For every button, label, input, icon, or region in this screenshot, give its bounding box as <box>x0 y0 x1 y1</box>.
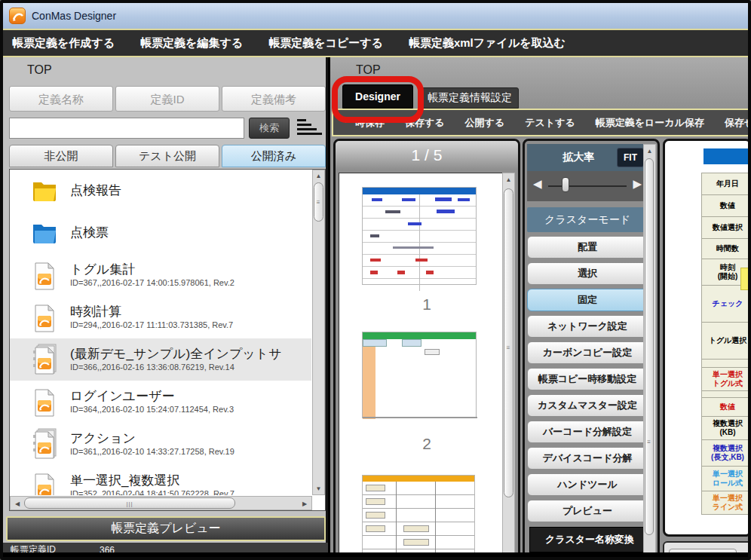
sort-icon[interactable] <box>297 118 323 139</box>
fit-button[interactable]: FIT <box>617 148 644 167</box>
item-title: 時刻計算 <box>70 304 233 320</box>
menu-item[interactable]: 帳票定義を作成する <box>12 36 115 50</box>
canvas-cell[interactable]: 単一選択 ロール式 <box>701 466 751 491</box>
cluster-button-固定[interactable]: 固定 <box>527 289 648 311</box>
item-subtitle: ID=366,,2016-02-16 13:36:08.76219, Rev.1… <box>70 362 282 372</box>
list-vertical-scrollbar[interactable]: ▲ ▼ ≡ <box>312 170 325 495</box>
form-preview-button[interactable]: 帳票定義プレビュー <box>6 516 326 541</box>
canvas-cell[interactable]: 複数選択 (長文,KB) <box>701 439 751 467</box>
filter-name-input[interactable] <box>9 86 113 112</box>
definition-list-panel: TOP 検索 非公開テスト公開公開済み 点検報告点検票トグル集計ID=367,,… <box>3 57 328 557</box>
item-text: トグル集計ID=367,,2016-02-17 14:00:15.978061,… <box>70 262 234 288</box>
canvas-horizontal-scrollbar[interactable] <box>663 541 751 560</box>
menu-bar: 帳票定義を作成する帳票定義を編集する帳票定義をコピーする帳票定義xmlファイルを… <box>3 29 748 57</box>
scroll-thumb[interactable]: ||| <box>24 497 235 509</box>
search-button[interactable]: 検索 <box>249 118 290 139</box>
cluster-tools-panel: 拡大率 FIT ◀ ▶ クラスターモード 配置選択固定ネットワーク設定カーボンコ… <box>523 139 660 560</box>
scroll-up-icon[interactable]: ▲ <box>644 148 655 155</box>
item-title: 単一選択_複数選択 <box>70 473 234 488</box>
list-item[interactable]: アクションID=361,,2016-02-10 14:33:27.17258, … <box>10 423 311 465</box>
tab-テスト公開[interactable]: テスト公開 <box>115 145 219 167</box>
list-item[interactable]: トグル集計ID=367,,2016-02-17 14:00:15.978061,… <box>10 254 311 296</box>
form-highlight-cell[interactable] <box>740 268 751 290</box>
left-breadcrumb: TOP <box>27 63 52 77</box>
toolbar-button[interactable]: 帳票定義をローカル保存 <box>596 116 704 130</box>
canvas-cell[interactable]: トグル選択 <box>701 322 751 360</box>
toolbar-button[interactable]: 一時保存 <box>345 116 385 130</box>
cluster-button-プレビュー[interactable]: プレビュー <box>527 500 648 522</box>
zoom-slider: ◀ ▶ <box>527 171 648 201</box>
cluster-button-配置[interactable]: 配置 <box>527 236 648 259</box>
form-title-bar <box>703 148 751 164</box>
slider-track[interactable] <box>548 185 627 187</box>
list-item[interactable]: 点検票 <box>10 212 311 254</box>
scroll-down-icon[interactable]: ▼ <box>313 485 324 492</box>
page-thumbnail-3[interactable] <box>362 475 475 560</box>
list-item[interactable]: 時刻計算ID=294,,2016-02-17 11:11:03.731385, … <box>10 296 311 338</box>
menu-item[interactable]: 帳票定義を編集する <box>140 36 243 50</box>
scroll-right-icon[interactable]: ▶ <box>301 500 308 507</box>
cluster-button-カーボンコピー設定[interactable]: カーボンコピー設定 <box>527 341 648 364</box>
window-bottom-edge <box>3 552 751 557</box>
folder-icon <box>29 179 60 203</box>
cluster-button-デバイスコード分解[interactable]: デバイスコード分解 <box>527 447 648 470</box>
canvas-cell[interactable]: チェック <box>701 285 751 323</box>
tab-非公開[interactable]: 非公開 <box>9 145 113 167</box>
scroll-thumb[interactable]: ≡ <box>504 188 513 497</box>
toolbar-button[interactable]: 保存せ <box>725 116 751 130</box>
list-item[interactable]: 単一選択_複数選択ID=352,,2016-02-04 18:41:50.762… <box>10 465 311 495</box>
item-title: 点検報告 <box>70 183 121 198</box>
list-horizontal-scrollbar[interactable]: ◀ ▶ ||| <box>10 496 312 510</box>
filter-note-input[interactable] <box>222 86 326 112</box>
cluster-button-カスタムマスター設定[interactable]: カスタムマスター設定 <box>527 394 648 417</box>
page-thumbnail-1[interactable] <box>362 187 477 285</box>
tab-帳票定義情報設定[interactable]: 帳票定義情報設定 <box>421 87 519 109</box>
cluster-button-ネットワーク設定[interactable]: ネットワーク設定 <box>527 315 648 338</box>
item-text: 点検票 <box>70 225 109 240</box>
search-input[interactable] <box>9 118 244 139</box>
tab-Designer[interactable]: Designer <box>342 84 413 109</box>
slider-handle[interactable] <box>562 177 569 192</box>
cluster-vertical-scrollbar[interactable]: ▲ ≡ <box>643 144 656 557</box>
menu-item[interactable]: 帳票定義xmlファイルを取込む <box>409 36 566 50</box>
canvas-cell[interactable]: 数値 <box>701 397 751 417</box>
canvas-cell[interactable]: 単一選択 ライン式 <box>701 491 751 515</box>
toolbar-button[interactable]: 公開する <box>465 116 505 130</box>
canvas-cell[interactable]: 単一選択 トグル式 <box>701 367 751 391</box>
cluster-button-選択[interactable]: 選択 <box>527 262 648 285</box>
page-number-1: 1 <box>339 295 514 314</box>
canvas-cell[interactable]: 数値 <box>701 194 751 217</box>
cluster-button-帳票コピー時移動設定[interactable]: 帳票コピー時移動設定 <box>527 368 648 390</box>
thumbnails-vertical-scrollbar[interactable]: ▲ ≡ <box>502 173 515 560</box>
scroll-thumb[interactable]: ≡ <box>645 158 654 535</box>
scroll-thumb[interactable]: ≡ <box>314 182 323 222</box>
cluster-button-バーコード分解設定[interactable]: バーコード分解設定 <box>527 421 648 443</box>
cluster-rename-button[interactable]: クラスター名称変換 <box>529 527 650 552</box>
zoom-in-icon[interactable]: ▶ <box>633 177 642 191</box>
menu-item[interactable]: 帳票定義をコピーする <box>268 36 383 50</box>
canvas-cell[interactable]: 複数選択 (KB) <box>701 416 751 440</box>
definition-list: 点検報告点検票トグル集計ID=367,,2016-02-17 14:00:15.… <box>9 169 326 511</box>
scroll-up-icon[interactable]: ▲ <box>313 173 324 179</box>
tab-公開済み[interactable]: 公開済み <box>222 145 326 167</box>
toolbar-button[interactable]: テストする <box>525 116 575 130</box>
list-item[interactable]: (最新デモ_サンプル)全インプットサID=366,,2016-02-16 13:… <box>10 338 311 381</box>
canvas-cell[interactable]: 数値選択 <box>701 216 751 239</box>
zoom-header: 拡大率 FIT <box>527 144 648 171</box>
item-text: 時刻計算ID=294,,2016-02-17 11:11:03.731385, … <box>70 304 233 330</box>
canvas-cell[interactable]: 年月日 <box>701 173 751 195</box>
page-thumbnail-2[interactable] <box>362 332 477 418</box>
canvas-cell[interactable]: 時間数 <box>701 238 751 259</box>
toolbar-button[interactable]: 保存する <box>405 116 445 130</box>
document-stack-icon <box>29 344 60 375</box>
designer-area: TOP Designer帳票定義情報設定 一時保存保存する公開するテストする帳票… <box>330 57 751 560</box>
filter-id-input[interactable] <box>115 86 219 112</box>
list-item[interactable]: ログインユーザーID=364,,2016-02-10 15:24:07.1124… <box>10 381 311 423</box>
list-item[interactable]: 点検報告 <box>10 170 311 212</box>
cluster-button-ハンドツール[interactable]: ハンドツール <box>527 473 648 496</box>
scroll-left-icon[interactable]: ◀ <box>14 500 21 507</box>
item-title: 点検票 <box>70 225 109 240</box>
scroll-up-icon[interactable]: ▲ <box>503 176 514 183</box>
app-window: ConMas Designer 帳票定義を作成する帳票定義を編集する帳票定義をコ… <box>0 0 751 560</box>
zoom-out-icon[interactable]: ◀ <box>533 177 542 191</box>
